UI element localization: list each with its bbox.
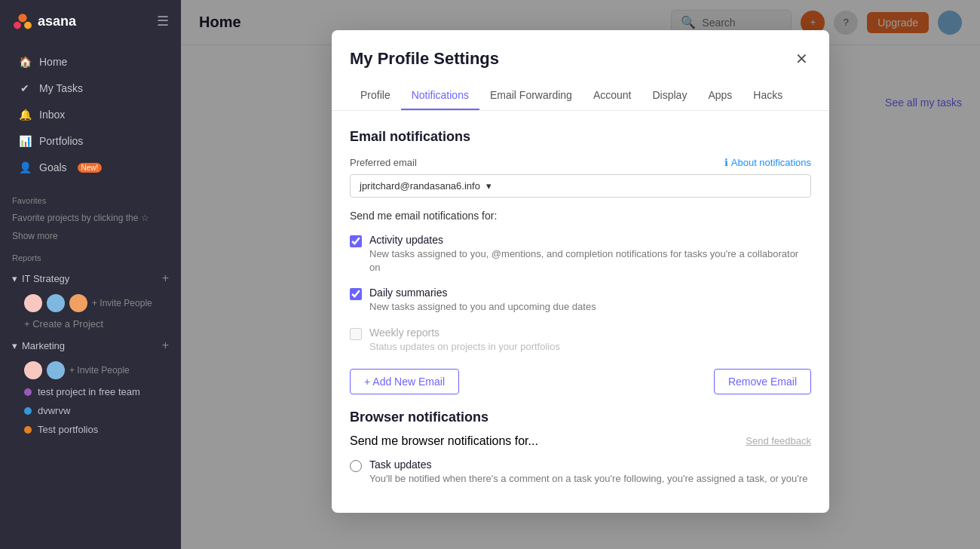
project-dot <box>24 426 32 434</box>
preferred-email-row: ℹ About notifications Preferred email jp… <box>350 157 811 198</box>
team-marketing-members: + Invite People <box>0 358 181 382</box>
task-updates-desc: You'll be notified when there's a commen… <box>369 472 807 486</box>
info-icon: ℹ <box>724 157 728 168</box>
my-tasks-label: My Tasks <box>39 82 83 94</box>
tab-account[interactable]: Account <box>583 81 642 110</box>
team-name-label: IT Strategy <box>22 273 69 284</box>
weekly-reports-desc: Status updates on projects in your portf… <box>369 340 560 354</box>
remove-email-button[interactable]: Remove Email <box>714 369 811 394</box>
modal-body: Email notifications ℹ About notification… <box>332 111 829 513</box>
email-button-row: + Add New Email Remove Email <box>350 369 811 394</box>
avatar <box>69 294 87 312</box>
modal-overlay: My Profile Settings ✕ Profile Notificati… <box>181 0 980 549</box>
project-item-test[interactable]: test project in free team <box>0 382 181 401</box>
chevron-down-icon: ▾ <box>12 340 17 351</box>
sidebar-item-inbox[interactable]: 🔔 Inbox <box>6 102 175 127</box>
sidebar: asana ☰ 🏠 Home ✔ My Tasks 🔔 Inbox 📊 Port… <box>0 0 181 549</box>
checkbox-activity-updates: Activity updates New tasks assigned to y… <box>350 234 811 274</box>
avatar <box>47 294 65 312</box>
sidebar-item-my-tasks[interactable]: ✔ My Tasks <box>6 75 175 101</box>
daily-summaries-content: Daily summaries New tasks assigned to yo… <box>369 287 596 314</box>
browser-send-label: Send me browser notifications for... <box>350 434 538 448</box>
project-name: Test portfolios <box>38 424 98 435</box>
home-icon: 🏠 <box>18 55 32 69</box>
team-name-label: Marketing <box>22 340 65 351</box>
team-marketing-name: ▾ Marketing <box>12 340 65 351</box>
team-marketing-header[interactable]: ▾ Marketing + <box>0 333 181 358</box>
sidebar-logo: asana ☰ <box>0 0 181 42</box>
project-name: dvwrvw <box>38 405 70 416</box>
avatar <box>24 361 42 379</box>
browser-section-title: Browser notifications <box>350 409 811 425</box>
tab-hacks[interactable]: Hacks <box>743 81 793 110</box>
daily-summaries-label: Daily summaries <box>369 287 596 299</box>
activity-updates-label: Activity updates <box>369 234 811 246</box>
avatar <box>47 361 65 379</box>
svg-point-2 <box>24 22 32 29</box>
project-dot <box>24 407 32 415</box>
reports-section-title: Reports <box>0 244 181 265</box>
bar-chart-icon: 📊 <box>18 134 32 148</box>
goals-icon: 👤 <box>18 161 32 174</box>
sidebar-item-portfolios[interactable]: 📊 Portfolios <box>6 128 175 154</box>
avatar <box>24 294 42 312</box>
tab-notifications[interactable]: Notifications <box>401 81 479 110</box>
goals-label: Goals <box>39 161 67 173</box>
tab-email-forwarding[interactable]: Email Forwarding <box>479 81 583 110</box>
show-more-link[interactable]: Show more <box>0 228 181 244</box>
sidebar-item-goals[interactable]: 👤 Goals New! <box>6 155 175 180</box>
activity-updates-checkbox[interactable] <box>350 235 362 247</box>
daily-summaries-checkbox[interactable] <box>350 288 362 300</box>
task-updates-radio[interactable] <box>350 460 362 472</box>
add-new-email-button[interactable]: + Add New Email <box>350 369 459 394</box>
team-add-icon[interactable]: + <box>162 271 169 285</box>
modal-tabs: Profile Notifications Email Forwarding A… <box>332 81 829 111</box>
sidebar-item-home[interactable]: 🏠 Home <box>6 49 175 75</box>
asana-logo-icon <box>12 11 33 32</box>
email-select-dropdown[interactable]: jpritchard@randasana6.info ▾ <box>350 174 811 198</box>
favorites-section-title: Favorites <box>0 187 181 208</box>
profile-settings-modal: My Profile Settings ✕ Profile Notificati… <box>332 30 829 513</box>
modal-close-button[interactable]: ✕ <box>792 48 811 69</box>
bell-icon: 🔔 <box>18 108 32 121</box>
inbox-label: Inbox <box>39 109 65 121</box>
tab-profile[interactable]: Profile <box>350 81 401 110</box>
project-dot <box>24 388 32 396</box>
weekly-reports-checkbox[interactable] <box>350 328 362 340</box>
daily-summaries-desc: New tasks assigned to you and upcoming d… <box>369 300 596 314</box>
main-content-area: Home 🔍 + ? Upgrade See all my tasks My P… <box>181 0 980 549</box>
project-name: test project in free team <box>38 386 140 397</box>
team-it-strategy-name: ▾ IT Strategy <box>12 273 69 284</box>
about-notif-label: About notifications <box>731 157 811 168</box>
task-updates-content: Task updates You'll be notified when the… <box>369 459 807 486</box>
chevron-down-icon: ▾ <box>486 180 492 192</box>
asana-logo: asana <box>12 11 76 32</box>
invite-people-link[interactable]: + Invite People <box>69 365 130 376</box>
portfolios-label: Portfolios <box>39 135 83 147</box>
checkbox-weekly-reports: Weekly reports Status updates on project… <box>350 327 811 354</box>
logo-text: asana <box>38 14 76 29</box>
team-it-strategy-header[interactable]: ▾ IT Strategy + <box>0 265 181 291</box>
project-item-portfolios[interactable]: Test portfolios <box>0 420 181 439</box>
email-section-title: Email notifications <box>350 129 811 145</box>
checkbox-daily-summaries: Daily summaries New tasks assigned to yo… <box>350 287 811 314</box>
browser-send-row: Send me browser notifications for... Sen… <box>350 434 811 448</box>
invite-people-link[interactable]: + Invite People <box>92 298 152 308</box>
send-label: Send me email notifications for: <box>350 210 811 222</box>
send-feedback-link[interactable]: Send feedback <box>746 435 811 446</box>
activity-updates-desc: New tasks assigned to you, @mentions, an… <box>369 247 811 274</box>
hamburger-icon[interactable]: ☰ <box>157 13 169 29</box>
project-item-dvwrvw[interactable]: dvwrvw <box>0 401 181 420</box>
favorites-placeholder: Favorite projects by clicking the ☆ <box>0 208 181 228</box>
task-updates-label: Task updates <box>369 459 807 471</box>
tab-display[interactable]: Display <box>642 81 697 110</box>
check-circle-icon: ✔ <box>18 81 32 95</box>
sidebar-nav: 🏠 Home ✔ My Tasks 🔔 Inbox 📊 Portfolios 👤… <box>0 42 181 187</box>
create-project-link[interactable]: + Create a Project <box>0 315 181 333</box>
team-it-strategy-members: + Invite People <box>0 291 181 315</box>
tab-apps[interactable]: Apps <box>697 81 743 110</box>
about-notifications-link[interactable]: ℹ About notifications <box>724 157 811 168</box>
goals-badge: New! <box>78 163 103 173</box>
team-add-icon[interactable]: + <box>162 339 169 352</box>
email-value: jpritchard@randasana6.info <box>360 180 480 192</box>
